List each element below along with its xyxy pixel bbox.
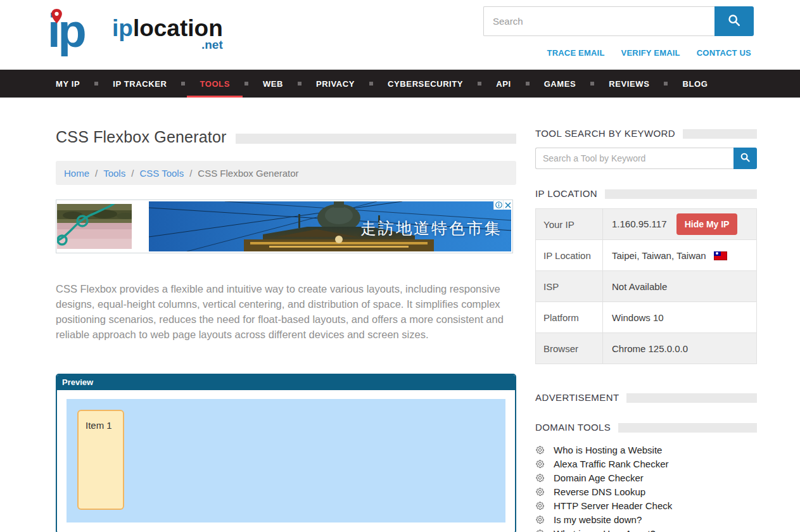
list-item: HTTP Server Header Check xyxy=(535,498,757,512)
list-item: Reverse DNS Lookup xyxy=(535,484,757,498)
preview-panel-body: Item 1 xyxy=(57,390,515,532)
search-icon xyxy=(740,152,751,165)
table-row-browser: Browser Chrome 125.0.0.0 xyxy=(536,333,757,364)
nav-item-reviews[interactable]: REVIEWS xyxy=(592,70,666,98)
browser-value: Chrome 125.0.0.0 xyxy=(603,333,757,364)
platform-value: Windows 10 xyxy=(603,302,757,333)
domain-tool-link[interactable]: What is my User Agent? xyxy=(554,528,656,532)
main-nav: MY IP IP TRACKER TOOLS WEB PRIVACY CYBER… xyxy=(0,70,800,98)
hide-my-ip-button[interactable]: Hide My IP xyxy=(676,213,738,235)
domain-tools-heading: DOMAIN TOOLS xyxy=(535,422,757,433)
domain-tool-link[interactable]: HTTP Server Header Check xyxy=(554,500,672,511)
site-logo[interactable]: ip iplocation .net xyxy=(48,6,223,58)
ad-banner[interactable]: 走訪地道特色市集 xyxy=(56,200,513,253)
search-button[interactable] xyxy=(714,6,754,36)
table-row-isp: ISP Not Available xyxy=(536,271,757,302)
domain-tool-link[interactable]: Is my website down? xyxy=(554,514,642,525)
gear-icon xyxy=(535,487,545,497)
table-row-ip-location: IP Location Taipei, Taiwan, Taiwan xyxy=(536,240,757,271)
nav-item-privacy[interactable]: PRIVACY xyxy=(300,70,371,98)
nav-item-games[interactable]: GAMES xyxy=(528,70,593,98)
list-item: Alexa Traffic Rank Checker xyxy=(535,457,757,471)
domain-tool-link[interactable]: Reverse DNS Lookup xyxy=(554,486,645,497)
tool-search-input[interactable] xyxy=(535,148,733,169)
preview-panel-header: Preview xyxy=(57,375,515,390)
tool-search-heading: TOOL SEARCH BY KEYWORD xyxy=(535,128,757,139)
sidebar: TOOL SEARCH BY KEYWORD IP LOCATION Your … xyxy=(535,128,757,532)
location-pin-icon xyxy=(51,9,62,26)
nav-item-my-ip[interactable]: MY IP xyxy=(39,70,96,98)
gear-icon xyxy=(535,445,545,455)
ad-controls xyxy=(493,200,512,210)
nav-item-cybersecurity[interactable]: CYBERSECURITY xyxy=(371,70,479,98)
gear-icon xyxy=(535,501,545,510)
gear-icon xyxy=(535,459,545,469)
table-row-your-ip: Your IP 1.160.95.117 Hide My IP xyxy=(536,209,757,240)
list-item: Domain Age Checker xyxy=(535,471,757,484)
gear-icon xyxy=(535,515,545,524)
breadcrumb-css-tools[interactable]: CSS Tools xyxy=(139,168,184,179)
nav-item-tools[interactable]: TOOLS xyxy=(183,70,246,98)
domain-tool-link[interactable]: Who is Hosting a Website xyxy=(554,445,662,455)
tool-search-button[interactable] xyxy=(733,148,757,169)
domain-tool-link[interactable]: Alexa Traffic Rank Checker xyxy=(554,459,668,469)
search-icon xyxy=(727,13,741,29)
search-input[interactable] xyxy=(483,6,714,36)
preview-panel: Preview Item 1 xyxy=(56,374,516,532)
breadcrumb-tools[interactable]: Tools xyxy=(103,168,125,179)
verify-email-link[interactable]: VERIFY EMAIL xyxy=(621,48,680,58)
ad-info-icon[interactable] xyxy=(493,200,503,210)
gear-icon xyxy=(535,529,545,532)
nav-item-blog[interactable]: BLOG xyxy=(666,70,724,98)
nav-item-web[interactable]: WEB xyxy=(246,70,300,98)
list-item: Is my website down? xyxy=(535,512,757,526)
page-title: CSS Flexbox Generator xyxy=(56,128,227,146)
trace-email-link[interactable]: TRACE EMAIL xyxy=(547,48,605,58)
flexbox-preview-container: Item 1 xyxy=(67,399,505,522)
title-decoration-bar xyxy=(236,134,516,144)
advertisement-heading: ADVERTISEMENT xyxy=(535,392,757,403)
domain-tool-link[interactable]: Domain Age Checker xyxy=(554,472,644,483)
breadcrumb-home[interactable]: Home xyxy=(64,168,89,179)
header-links: TRACE EMAIL VERIFY EMAIL CONTACT US xyxy=(547,48,751,58)
logo-ip-glyph: ip xyxy=(48,6,112,58)
nav-item-ip-tracker[interactable]: IP TRACKER xyxy=(96,70,183,98)
ad-overlay-text: 走訪地道特色市集 xyxy=(360,218,502,239)
table-row-platform: Platform Windows 10 xyxy=(536,302,757,333)
logo-wordmark: iplocation .net xyxy=(112,16,223,51)
domain-tools-list: Who is Hosting a Website Alexa Traffic R… xyxy=(535,443,757,532)
site-header: ip iplocation .net TRACE EMAIL VERIFY EM… xyxy=(0,0,800,70)
tool-search xyxy=(535,148,757,169)
ad-close-icon[interactable] xyxy=(503,200,512,210)
your-ip-value: 1.160.95.117 xyxy=(612,218,666,229)
tool-description: CSS Flexbox provides a flexible and intu… xyxy=(56,281,505,342)
breadcrumb-current: CSS Flexbox Generator xyxy=(198,168,298,179)
ip-location-table: Your IP 1.160.95.117 Hide My IP IP Locat… xyxy=(535,208,757,364)
gear-icon xyxy=(535,473,545,483)
flexbox-preview-item[interactable]: Item 1 xyxy=(77,410,124,510)
breadcrumb: Home / Tools / CSS Tools / CSS Flexbox G… xyxy=(56,161,516,185)
header-search xyxy=(483,6,754,36)
contact-us-link[interactable]: CONTACT US xyxy=(697,48,751,58)
isp-value: Not Available xyxy=(603,271,757,302)
list-item: Who is Hosting a Website xyxy=(535,443,757,457)
ip-location-heading: IP LOCATION xyxy=(535,188,757,199)
ad-left-image xyxy=(57,204,132,249)
ip-location-value: Taipei, Taiwan, Taiwan xyxy=(612,250,706,261)
taiwan-flag-icon xyxy=(714,251,727,260)
ad-main-image: 走訪地道特色市集 xyxy=(149,201,511,251)
nav-item-api[interactable]: API xyxy=(479,70,527,98)
list-item: What is my User Agent? xyxy=(535,526,757,532)
